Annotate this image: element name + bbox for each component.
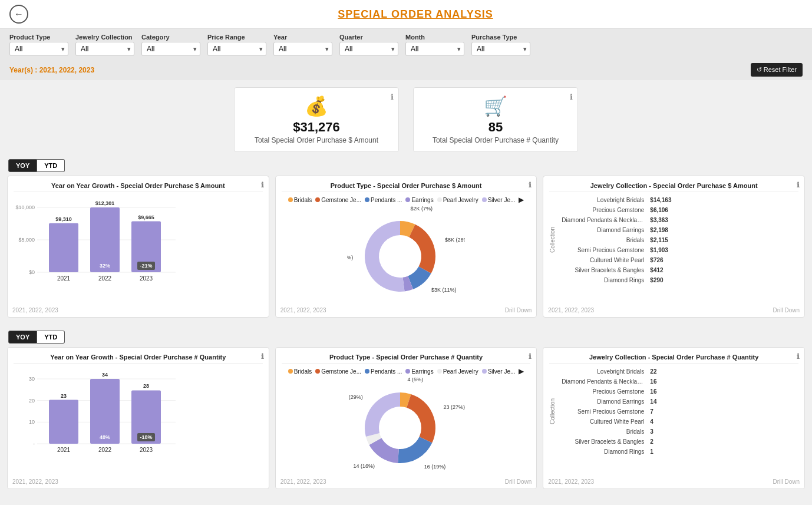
filter-select-product-type[interactable]: All	[9, 42, 68, 56]
svg-text:$3K (11%): $3K (11%)	[431, 287, 457, 293]
legend-label: Earrings	[411, 197, 433, 203]
svg-text:$10,000: $10,000	[15, 204, 35, 210]
hbar-row: Precious Gemstone $6,106	[562, 206, 675, 214]
filter-select-price-range[interactable]: All	[207, 42, 266, 56]
hbar-value: $726	[649, 257, 675, 263]
drill-down-button[interactable]: Drill Down	[773, 307, 800, 313]
filter-select-quarter[interactable]: All	[339, 42, 398, 56]
filter-group-month: MonthAll	[405, 34, 464, 56]
filter-label-2: Category	[141, 34, 200, 41]
hbar-value: $6,106	[649, 207, 675, 213]
chart-info-icon[interactable]: ℹ	[797, 181, 800, 189]
hbar-row: Diamond Pendants & Necklaces $3,363	[562, 216, 675, 224]
back-button[interactable]: ←	[9, 5, 28, 24]
svg-text:-21%: -21%	[140, 263, 152, 269]
legend-item: Bridals	[288, 196, 312, 204]
svg-rect-31	[49, 400, 78, 444]
drill-down-button[interactable]: Drill Down	[773, 478, 800, 485]
hbar-section: Collection Lovebright Bridals $14,163 Pr…	[549, 196, 798, 284]
filter-label-4: Year	[273, 34, 332, 41]
hbar-label: Diamond Pendants & Necklaces	[562, 217, 644, 223]
hbar-value: 4	[649, 418, 675, 425]
hbar-value: $2,198	[649, 227, 675, 233]
svg-text:30: 30	[29, 376, 35, 382]
chart-years: 2021, 2022, 2023	[548, 478, 594, 485]
legend-dot	[482, 369, 487, 374]
hbar-label: Silver Bracelets & Bangles	[562, 267, 644, 273]
chart-info-icon[interactable]: ℹ	[261, 181, 264, 189]
chart-info-icon[interactable]: ℹ	[797, 352, 800, 361]
reset-filter-button[interactable]: ↺ Reset Filter	[751, 63, 803, 77]
chart-info-icon[interactable]: ℹ	[529, 181, 532, 189]
svg-text:23 (27%): 23 (27%)	[443, 404, 465, 410]
hbar-label: Cultured White Pearl	[562, 418, 644, 425]
donut-wrap: Bridals Gemstone Je... Pendants ... Earr…	[282, 367, 531, 483]
filter-select-month[interactable]: All	[405, 42, 464, 56]
legend-item: Silver Je...	[482, 196, 516, 204]
hbar-value: 3	[649, 428, 675, 435]
yoy-button-top[interactable]: YOY	[8, 159, 37, 172]
yoy-button-bottom[interactable]: YOY	[8, 331, 37, 344]
filter-select-jewelry-collection[interactable]: All	[75, 42, 134, 56]
svg-text:$9,665: $9,665	[138, 214, 154, 220]
hbar-value: 16	[649, 388, 675, 395]
hbar-y-label: Collection	[549, 227, 556, 253]
hbar-row: Semi Precious Gemstone $1,903	[562, 246, 675, 254]
svg-text:28: 28	[143, 383, 149, 389]
hbar-section: Collection Lovebright Bridals 22 Diamond…	[549, 367, 798, 456]
legend-dot	[365, 369, 369, 374]
hbar-row: Diamond Earrings $2,198	[562, 226, 675, 234]
legend-dot	[315, 369, 320, 374]
donut-legend: Bridals Gemstone Je... Pendants ... Earr…	[288, 196, 524, 204]
kpi-amount-label: Total Special Order Purchase $ Amount	[255, 136, 378, 144]
svg-text:25 (29%): 25 (29%)	[347, 394, 363, 400]
legend-more-icon[interactable]: ▶	[519, 367, 524, 375]
hbar-value: $14,163	[649, 197, 675, 203]
filter-label-7: Purchase Type	[471, 34, 530, 41]
kpi-amount-info-icon[interactable]: ℹ	[391, 93, 394, 101]
kpi-amount-icon: 💰	[305, 95, 328, 117]
hbar-value: $412	[649, 267, 675, 273]
chart-years: 2021, 2022, 2023	[12, 307, 58, 313]
legend-label: Pendants ...	[371, 368, 402, 375]
ytd-button-top[interactable]: YTD	[37, 159, 65, 172]
ytd-button-bottom[interactable]: YTD	[37, 331, 65, 344]
chart-info-icon[interactable]: ℹ	[261, 352, 264, 361]
hbar-label: Precious Gemstone	[562, 207, 644, 213]
hbar-chart-card: Jewelry Collection - Special Order Purch…	[543, 347, 805, 489]
kpi-amount-value: $31,276	[293, 120, 340, 135]
chart-info-icon[interactable]: ℹ	[529, 352, 532, 361]
legend-label: Silver Je...	[488, 368, 516, 375]
legend-more-icon[interactable]: ▶	[519, 196, 524, 204]
drill-down-button[interactable]: Drill Down	[505, 307, 532, 313]
drill-down-button[interactable]: Drill Down	[505, 478, 532, 485]
chart-years: 2021, 2022, 2023	[280, 307, 326, 313]
filter-label-6: Month	[405, 34, 464, 41]
kpi-quantity-info-icon[interactable]: ℹ	[570, 93, 573, 101]
legend-dot	[405, 197, 410, 202]
hbar-row: Diamond Pendants & Necklaces 16	[562, 377, 675, 385]
filter-group-jewelry-collection: Jewelry CollectionAll	[75, 34, 134, 56]
legend-dot	[437, 197, 442, 202]
hbar-value: 22	[649, 368, 675, 375]
legend-label: Pendants ...	[371, 197, 402, 203]
legend-label: Pearl Jewelry	[443, 197, 478, 203]
svg-text:2021: 2021	[57, 447, 71, 453]
filter-label-0: Product Type	[9, 34, 68, 41]
svg-text:2022: 2022	[98, 275, 112, 282]
hbar-row: Bridals $2,115	[562, 236, 675, 244]
hbar-label: Diamond Rings	[562, 277, 644, 283]
svg-text:-18%: -18%	[140, 434, 152, 440]
hbar-row: Diamond Rings 1	[562, 447, 675, 456]
hbar-value: 14	[649, 398, 675, 405]
filter-select-year[interactable]: All	[273, 42, 332, 56]
donut-legend: Bridals Gemstone Je... Pendants ... Earr…	[288, 367, 524, 375]
chart-title: Product Type - Special Order Purchase $ …	[282, 182, 531, 192]
bar-chart-svg: 302010-23202134202248%282023-18%	[14, 367, 263, 457]
filter-label-1: Jewelry Collection	[75, 34, 134, 41]
hbar-row: Bridals 3	[562, 427, 675, 435]
hbar-label: Diamond Earrings	[562, 227, 644, 233]
filter-select-purchase-type[interactable]: All	[471, 42, 530, 56]
legend-label: Gemstone Je...	[321, 368, 361, 375]
filter-select-category[interactable]: All	[141, 42, 200, 56]
